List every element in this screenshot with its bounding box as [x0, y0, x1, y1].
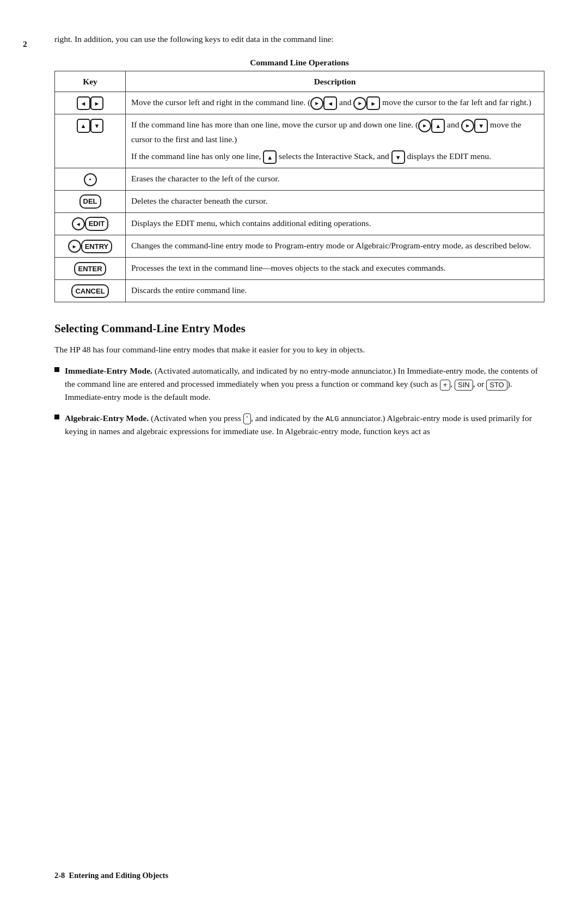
key-cancel: CANCEL: [71, 284, 108, 298]
key-cell-cancel: CANCEL: [55, 280, 126, 302]
desc-cell-edit: Displays the EDIT menu, which contains a…: [126, 212, 544, 235]
shift-right-key-4: ►: [461, 119, 474, 132]
table-row: CANCEL Discards the entire command line.: [55, 280, 544, 302]
command-line-table: Key Description Move the cursor left and…: [54, 71, 544, 302]
list-item-algebraic: Algebraic-Entry Mode. (Activated when yo…: [54, 412, 544, 438]
shift-left-key-edit: ◄: [72, 217, 85, 230]
footer-section: 2-8: [54, 871, 65, 880]
key-tick: ': [243, 413, 251, 424]
key-down-arrow-2: [474, 119, 488, 133]
key-left-arrow: [77, 96, 90, 111]
key-sin: SIN: [455, 380, 473, 391]
key-plus: +: [440, 380, 451, 391]
bullet-icon-2: [54, 415, 59, 419]
key-edit: EDIT: [85, 217, 109, 231]
bullet-content-2: Algebraic-Entry Mode. (Activated when yo…: [65, 412, 544, 438]
key-right-arrow: [90, 96, 104, 111]
desc-cell-lr: Move the cursor left and right in the co…: [126, 92, 544, 114]
footer-title: Entering and Editing Objects: [69, 871, 168, 880]
and-text-2: and: [447, 120, 459, 129]
desc-cell-del: Deletes the character beneath the cursor…: [126, 190, 544, 212]
col-header-key: Key: [55, 71, 126, 92]
table-row: ◄EDIT Displays the EDIT menu, which cont…: [55, 212, 544, 235]
page-footer: 2-8 Entering and Editing Objects: [54, 871, 168, 880]
key-sto: STO: [486, 380, 507, 391]
key-cell-entry: ►ENTRY: [55, 235, 126, 257]
bullet-term-1: Immediate-Entry Mode.: [65, 366, 152, 375]
bullet-icon-1: [54, 367, 59, 372]
desc-cell-ud: If the command line has more than one li…: [126, 114, 544, 168]
list-item-immediate: Immediate-Entry Mode. (Activated automat…: [54, 364, 544, 404]
key-up-arrow-3: [263, 150, 277, 164]
key-entry: ENTRY: [81, 240, 113, 254]
table-row: DEL Deletes the character beneath the cu…: [55, 190, 544, 212]
table-title: Command Line Operations: [54, 58, 544, 68]
alg-annunciator: ALG: [326, 415, 339, 423]
and-text-1: and: [339, 97, 351, 107]
bullet-term-2: Algebraic-Entry Mode.: [65, 413, 149, 423]
key-cell-edit: ◄EDIT: [55, 212, 126, 235]
table-row: If the command line has more than one li…: [55, 114, 544, 168]
table-row: ENTER Processes the text in the command …: [55, 258, 544, 280]
section-heading: Selecting Command-Line Entry Modes: [54, 322, 544, 336]
key-down-arrow-3: [391, 150, 405, 164]
desc-cell-bs: Erases the character to the left of the …: [126, 168, 544, 190]
desc-cell-cancel: Discards the entire command line.: [126, 280, 544, 302]
key-cell-bs: •: [55, 168, 126, 190]
key-backspace: •: [84, 173, 97, 186]
shift-right-key-2: ►: [353, 97, 366, 110]
key-cell-lr: [55, 92, 126, 114]
shift-right-key-entry: ►: [68, 240, 81, 253]
shift-right-key-3: ►: [418, 119, 431, 132]
shift-right-key-1: ►: [310, 97, 323, 110]
key-up-arrow: [77, 119, 90, 133]
desc-cell-enter: Processes the text in the command line—m…: [126, 258, 544, 280]
col-header-description: Description: [126, 71, 544, 92]
key-cell-ud: [55, 114, 126, 168]
key-del: DEL: [79, 194, 101, 209]
key-down-arrow: [90, 119, 104, 133]
key-cell-enter: ENTER: [55, 258, 126, 280]
section-intro: The HP 48 has four command-line entry mo…: [54, 343, 544, 356]
table-row: ►ENTRY Changes the command-line entry mo…: [55, 235, 544, 257]
key-right-arrow-2: [366, 96, 380, 111]
page-number: 2: [23, 39, 27, 49]
key-cell-del: DEL: [55, 190, 126, 212]
bullet-list: Immediate-Entry Mode. (Activated automat…: [54, 364, 544, 438]
bullet-content-1: Immediate-Entry Mode. (Activated automat…: [65, 364, 544, 404]
key-left-arrow-2: [323, 96, 337, 111]
key-enter: ENTER: [74, 262, 106, 276]
intro-paragraph: right. In addition, you can use the foll…: [54, 33, 544, 46]
desc-cell-entry: Changes the command-line entry mode to P…: [126, 235, 544, 257]
table-row: • Erases the character to the left of th…: [55, 168, 544, 190]
table-row: Move the cursor left and right in the co…: [55, 92, 544, 114]
key-up-arrow-2: [431, 119, 445, 133]
